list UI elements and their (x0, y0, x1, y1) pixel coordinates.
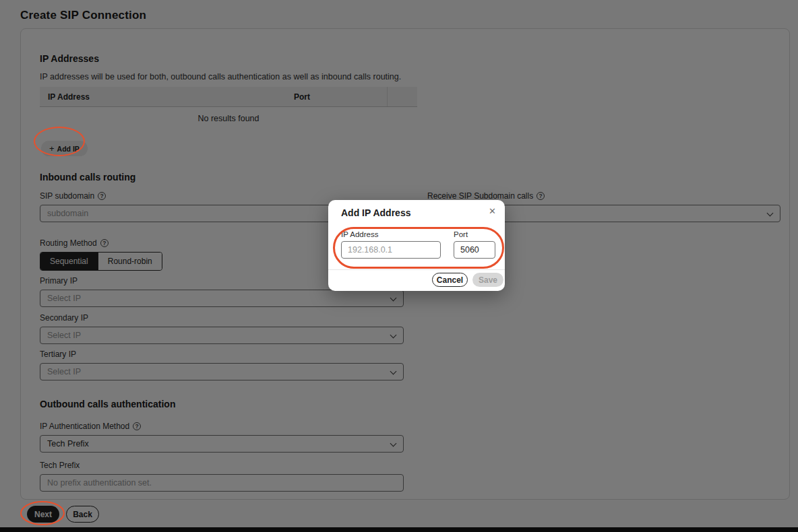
save-button[interactable]: Save (472, 273, 503, 287)
add-ip-modal: Add IP Address ✕ IP Address Port Cancel … (328, 200, 505, 291)
modal-ip-address-label: IP Address (341, 230, 378, 238)
modal-footer-divider (328, 269, 505, 270)
modal-title: Add IP Address (341, 207, 410, 218)
close-icon[interactable]: ✕ (489, 206, 496, 217)
modal-ip-address-input[interactable] (341, 241, 441, 259)
modal-port-label: Port (454, 230, 468, 238)
modal-port-input[interactable] (454, 241, 495, 259)
cancel-button[interactable]: Cancel (432, 273, 468, 287)
